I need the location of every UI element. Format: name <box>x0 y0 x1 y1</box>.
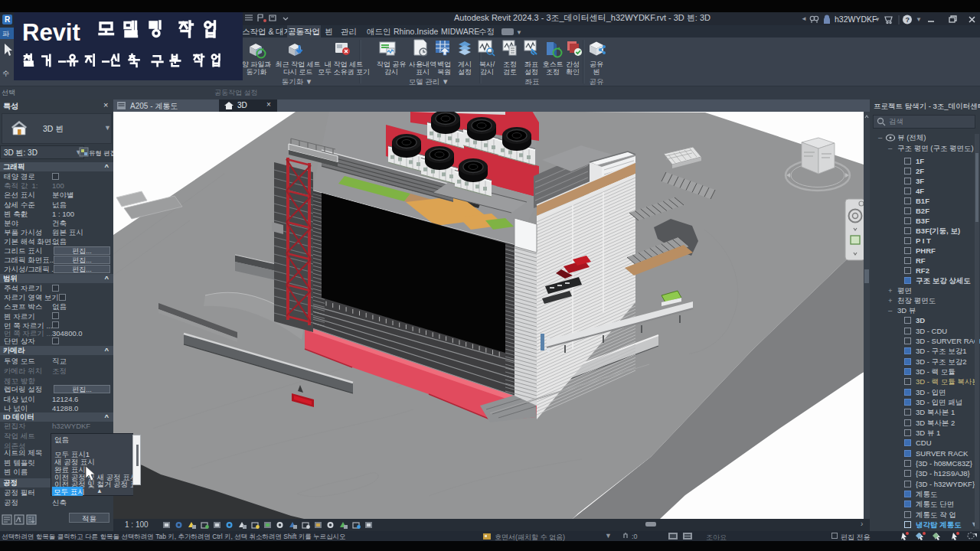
svg-text:▼: ▼ <box>916 16 922 23</box>
svg-text::0: :0 <box>632 533 638 540</box>
svg-text:▼: ▼ <box>874 16 880 23</box>
svg-text:?: ? <box>906 16 910 24</box>
svg-text:h32WYDKF: h32WYDKF <box>835 15 877 24</box>
svg-text:Revit: Revit <box>22 19 80 46</box>
